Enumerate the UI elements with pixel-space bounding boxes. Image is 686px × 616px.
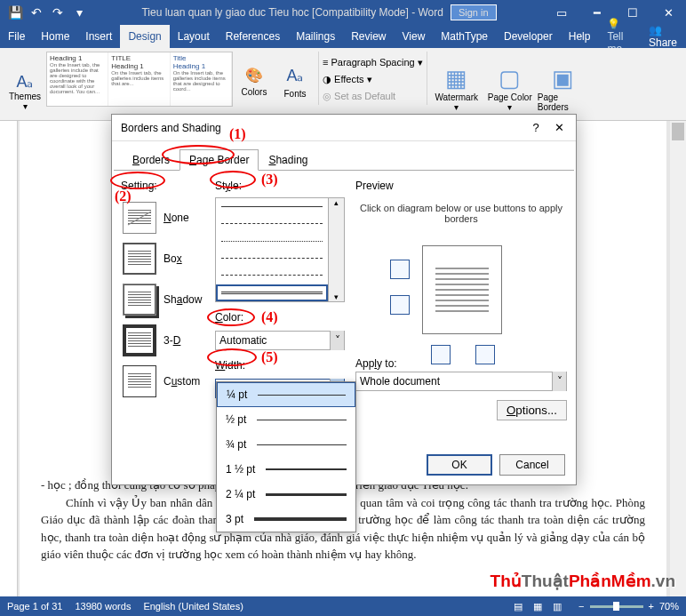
setting-none[interactable]: None [121, 197, 211, 238]
tab-insert[interactable]: Insert [77, 25, 120, 48]
border-top-button[interactable] [390, 260, 410, 279]
vertical-scrollbar[interactable] [670, 121, 686, 596]
vertical-ruler[interactable] [0, 121, 18, 596]
style-scrollbar[interactable]: ▴▾ [328, 198, 344, 301]
chevron-down-icon: ˅ [552, 372, 566, 391]
set-default-button[interactable]: ◎ Set as Default [323, 91, 423, 102]
width-option[interactable]: 2 ¼ pt [217, 482, 355, 507]
close-window-icon[interactable]: ✕ [650, 0, 686, 25]
effects-button[interactable]: ◑ Effects ▾ [323, 74, 423, 85]
style-list[interactable]: ▴▾ [215, 197, 345, 302]
width-option[interactable]: ½ pt [217, 407, 355, 432]
dialog-title: Borders and Shading [117, 122, 524, 134]
preview-diagram[interactable] [381, 236, 541, 352]
dlg-tab-page-border[interactable]: Page Border [179, 149, 259, 171]
ribbon-display-icon[interactable]: ▭ [544, 0, 579, 25]
tab-mathtype[interactable]: MathType [433, 25, 496, 48]
fonts-button[interactable]: AₐFonts [275, 52, 315, 112]
tab-developer[interactable]: Developer [496, 25, 561, 48]
watermark-logo: ThủThuậtPhầnMềm.vn [491, 571, 675, 591]
themes-icon: Aₐ [16, 72, 33, 92]
setting-shadow[interactable]: Shadow [121, 279, 211, 320]
options-button[interactable]: Options... [497, 400, 567, 420]
setting-box[interactable]: Box [121, 238, 211, 279]
web-layout-icon[interactable]: ▥ [548, 601, 566, 612]
zoom-out-icon[interactable]: − [578, 601, 584, 612]
tab-review[interactable]: Review [343, 25, 394, 48]
watermark-button[interactable]: ▦Watermark▾ [431, 52, 483, 112]
border-right-button[interactable] [475, 345, 495, 364]
width-option[interactable]: 1 ½ pt [217, 457, 355, 482]
tab-layout[interactable]: Layout [170, 25, 218, 48]
tab-view[interactable]: View [395, 25, 434, 48]
tab-references[interactable]: References [218, 25, 288, 48]
width-option[interactable]: ¼ pt [217, 382, 355, 407]
tab-home[interactable]: Home [33, 25, 77, 48]
page-color-icon: ▢ [499, 65, 521, 92]
save-icon[interactable]: 💾 [5, 3, 25, 22]
page-color-button[interactable]: ▢Page Color▾ [484, 52, 536, 112]
ok-button[interactable]: OK [427, 454, 492, 476]
fonts-icon: Aₐ [286, 66, 303, 85]
setting-label: Setting: [121, 180, 211, 192]
language-indicator[interactable]: English (United States) [143, 601, 243, 612]
tab-design[interactable]: Design [120, 25, 169, 48]
width-label: Width: [215, 359, 345, 372]
zoom-in-icon[interactable]: + [649, 601, 654, 612]
setting-custom[interactable]: Custom [121, 361, 211, 402]
tab-help[interactable]: Help [561, 25, 599, 48]
cancel-button[interactable]: Cancel [499, 454, 565, 476]
qat-customize-icon[interactable]: ▾ [69, 3, 89, 22]
border-left-button[interactable] [431, 345, 451, 364]
redo-icon[interactable]: ↷ [48, 3, 68, 22]
width-option[interactable]: 3 pt [217, 507, 355, 532]
undo-icon[interactable]: ↶ [27, 3, 46, 22]
dlg-tab-shading[interactable]: Shading [259, 149, 317, 171]
dlg-tab-borders[interactable]: Borders [123, 149, 179, 171]
ribbon-tabs: File Home Insert Design Layout Reference… [0, 25, 686, 48]
colors-button[interactable]: 🎨Colors [235, 52, 274, 112]
signin-button[interactable]: Sign in [451, 4, 497, 20]
style-label: Style: [215, 180, 345, 192]
dialog-help-icon[interactable]: ? [524, 116, 547, 140]
width-option[interactable]: ¾ pt [217, 432, 355, 457]
colors-icon: 🎨 [245, 67, 263, 84]
page-indicator[interactable]: Page 1 of 31 [7, 601, 62, 612]
tab-file[interactable]: File [0, 25, 33, 48]
preview-label: Preview [355, 180, 567, 192]
preview-help-text: Click on diagram below or use buttons to… [355, 203, 567, 224]
setting-3d[interactable]: 3-D [121, 320, 211, 361]
width-dropdown-popup: ¼ pt ½ pt ¾ pt 1 ½ pt 2 ¼ pt 3 pt [216, 381, 356, 532]
read-mode-icon[interactable]: ▤ [509, 601, 527, 612]
titlebar: 💾 ↶ ↷ ▾ Tieu luan quan ly giao duc Tieu … [0, 0, 686, 25]
watermark-icon: ▦ [445, 65, 467, 92]
statusbar: Page 1 of 31 13980 words English (United… [0, 596, 686, 616]
print-layout-icon[interactable]: ▦ [529, 601, 546, 612]
doc-format-gallery[interactable]: Heading 1On the Insert tab, the gallerie… [46, 52, 233, 107]
themes-button[interactable]: Aₐ Themes▾ [5, 52, 44, 112]
document-title: Tieu luan quan ly giao duc Tieu hoc [Com… [141, 6, 443, 19]
ribbon: Aₐ Themes▾ Heading 1On the Insert tab, t… [0, 48, 686, 121]
color-label: Color: [215, 311, 345, 324]
share-button[interactable]: 👥 Share [640, 24, 686, 49]
page-borders-button[interactable]: ▣Page Borders [538, 52, 589, 112]
apply-to-label: Apply to: [355, 357, 567, 370]
color-dropdown[interactable]: Automatic˅ [215, 331, 345, 350]
word-count[interactable]: 13980 words [75, 601, 131, 612]
paragraph-spacing-button[interactable]: ≡ Paragraph Spacing ▾ [323, 57, 423, 68]
border-bottom-button[interactable] [390, 295, 410, 315]
chevron-down-icon: ˅ [330, 331, 344, 350]
zoom-slider[interactable]: − + 70% [578, 601, 679, 612]
apply-to-dropdown[interactable]: Whole document˅ [355, 372, 567, 391]
page-borders-icon: ▣ [552, 65, 574, 92]
tab-mailings[interactable]: Mailings [288, 25, 343, 48]
dialog-close-icon[interactable]: ✕ [547, 116, 570, 140]
zoom-level[interactable]: 70% [659, 601, 679, 612]
